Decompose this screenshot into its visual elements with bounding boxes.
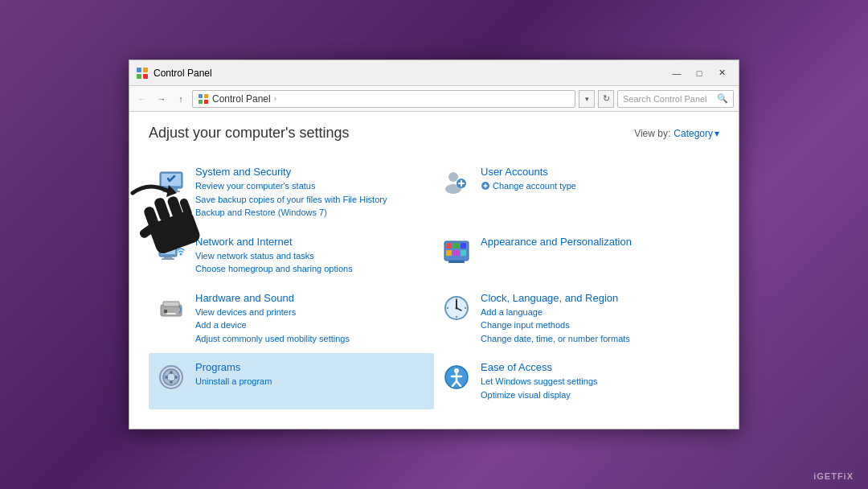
user-accounts-icon (440, 166, 473, 198)
ease-of-access-icon (440, 361, 473, 393)
minimize-button[interactable]: — (666, 65, 687, 81)
svg-rect-31 (461, 243, 466, 249)
watermark: iGETFiX (813, 471, 854, 481)
programs-text: Programs Uninstall a program (195, 361, 428, 388)
address-dropdown-button[interactable]: ▾ (579, 90, 595, 108)
user-accounts-link-1[interactable]: Change account type (481, 179, 713, 193)
search-placeholder: Search Control Panel (623, 94, 714, 104)
svg-rect-14 (204, 100, 208, 104)
clock-link-1[interactable]: Add a language (481, 306, 713, 319)
view-by-arrow: ▾ (714, 128, 719, 139)
maximize-button[interactable]: □ (689, 65, 710, 81)
hardware-sound-link-3[interactable]: Adjust commonly used mobility settings (195, 332, 428, 346)
refresh-button[interactable]: ↻ (598, 90, 614, 108)
programs-icon (155, 361, 187, 393)
category-clock[interactable]: Clock, Language, and Region Add a langua… (434, 284, 719, 354)
ease-of-access-link-2[interactable]: Optimize visual display (481, 388, 713, 402)
svg-rect-33 (453, 250, 459, 256)
clock-link-2[interactable]: Change input methods (481, 318, 713, 332)
categories-grid: System and Security Review your computer… (149, 158, 719, 409)
category-user-accounts[interactable]: User Accounts Change account type (434, 158, 719, 228)
arrow-annotation (125, 177, 221, 265)
appearance-text: Appearance and Personalization (481, 236, 713, 249)
svg-rect-10 (143, 74, 148, 79)
category-appearance[interactable]: Appearance and Personalization (434, 228, 719, 284)
svg-point-46 (447, 307, 448, 309)
svg-rect-38 (163, 302, 179, 306)
hardware-sound-text: Hardware and Sound View devices and prin… (195, 292, 428, 346)
network-internet-link-2[interactable]: Choose homegroup and sharing options (195, 262, 428, 276)
system-security-link-2[interactable]: Save backup copies of your files with Fi… (195, 193, 428, 207)
category-hardware-sound[interactable]: Hardware and Sound View devices and prin… (149, 284, 434, 354)
content-area: Adjust your computer's settings View by:… (129, 112, 739, 429)
address-field[interactable]: Control Panel › (192, 90, 575, 108)
ease-of-access-text: Ease of Access Let Windows suggest setti… (481, 361, 713, 401)
network-internet-title[interactable]: Network and Internet (195, 236, 428, 248)
svg-point-52 (170, 380, 173, 384)
content-header: Adjust your computer's settings View by:… (149, 125, 719, 142)
hardware-sound-link-2[interactable]: Add a device (195, 318, 428, 332)
forward-button[interactable]: → (154, 91, 170, 107)
system-security-text: System and Security Review your computer… (195, 166, 428, 220)
ease-of-access-link-1[interactable]: Let Windows suggest settings (481, 375, 713, 388)
svg-rect-35 (448, 261, 465, 263)
svg-point-19 (448, 172, 458, 182)
svg-point-50 (167, 373, 175, 381)
view-by: View by: Category ▾ (634, 128, 719, 139)
programs-title[interactable]: Programs (195, 361, 428, 373)
hardware-sound-icon (155, 292, 187, 324)
search-icon: 🔍 (717, 93, 728, 104)
clock-link-3[interactable]: Change date, time, or number formats (481, 332, 713, 346)
category-ease-of-access[interactable]: Ease of Access Let Windows suggest setti… (434, 353, 719, 409)
titlebar-controls: — □ ✕ (666, 65, 732, 81)
svg-point-53 (165, 376, 168, 379)
svg-rect-37 (164, 310, 167, 313)
clock-text: Clock, Language, and Region Add a langua… (481, 292, 713, 346)
breadcrumb: Control Panel › (198, 93, 276, 105)
back-button[interactable]: ← (134, 91, 150, 107)
appearance-title[interactable]: Appearance and Personalization (481, 236, 713, 248)
search-box[interactable]: Search Control Panel 🔍 (617, 90, 734, 108)
close-button[interactable]: ✕ (711, 65, 732, 81)
svg-rect-13 (199, 100, 203, 104)
svg-rect-11 (199, 94, 203, 98)
svg-point-54 (174, 376, 178, 379)
view-by-dropdown[interactable]: Category ▾ (674, 128, 719, 139)
titlebar-icon (136, 67, 149, 80)
svg-marker-6 (166, 185, 177, 197)
ease-of-access-title[interactable]: Ease of Access (481, 361, 713, 373)
titlebar: Control Panel — □ ✕ (129, 60, 739, 86)
system-security-link-1[interactable]: Review your computer's status (195, 179, 428, 193)
svg-point-44 (456, 298, 457, 300)
clock-title[interactable]: Clock, Language, and Region (481, 292, 713, 304)
up-button[interactable]: ↑ (173, 91, 189, 107)
view-by-value: Category (674, 128, 713, 139)
view-by-label: View by: (634, 128, 670, 139)
page-title: Adjust your computer's settings (149, 125, 350, 142)
programs-link-1[interactable]: Uninstall a program (195, 375, 428, 388)
system-security-title[interactable]: System and Security (195, 166, 428, 178)
svg-rect-29 (446, 243, 452, 249)
clock-icon (440, 292, 473, 324)
svg-rect-12 (204, 94, 208, 98)
hardware-sound-link-1[interactable]: View devices and printers (195, 306, 428, 319)
breadcrumb-sep: › (274, 94, 276, 103)
svg-point-45 (456, 316, 457, 318)
svg-point-51 (170, 371, 173, 374)
addressbar: ← → ↑ Control Panel › ▾ ↻ Search Control… (129, 86, 739, 112)
titlebar-title: Control Panel (154, 68, 666, 79)
svg-point-47 (465, 307, 466, 309)
svg-rect-32 (446, 250, 452, 256)
svg-rect-39 (166, 313, 176, 314)
user-accounts-title[interactable]: User Accounts (481, 166, 713, 178)
system-security-link-3[interactable]: Backup and Restore (Windows 7) (195, 206, 428, 220)
svg-rect-34 (461, 250, 466, 256)
network-internet-link-1[interactable]: View network status and tasks (195, 249, 428, 263)
category-programs[interactable]: Programs Uninstall a program (149, 353, 434, 409)
hardware-sound-title[interactable]: Hardware and Sound (195, 292, 428, 304)
breadcrumb-root: Control Panel (212, 93, 271, 105)
svg-rect-8 (143, 68, 148, 72)
svg-rect-9 (137, 74, 141, 79)
svg-rect-30 (453, 243, 459, 249)
svg-rect-7 (137, 68, 141, 72)
